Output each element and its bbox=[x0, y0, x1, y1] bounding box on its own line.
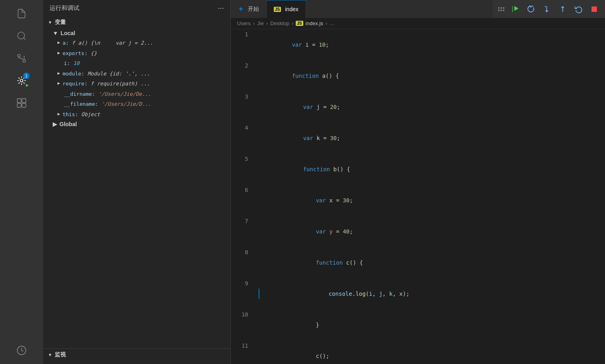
var-this[interactable]: ▶ this : Object bbox=[43, 109, 230, 120]
breadcrumb-sep1: › bbox=[253, 20, 255, 26]
toolbar-drag-handle[interactable] bbox=[498, 7, 504, 11]
vs-icon: ✦ bbox=[238, 5, 244, 14]
sidebar-header: 运行和调试 ··· bbox=[43, 0, 230, 16]
sidebar-title: 运行和调试 bbox=[49, 4, 79, 12]
var-filename[interactable]: __filename : '/Users/Jie/D... bbox=[43, 99, 230, 109]
breadcrumb-jie[interactable]: Jie bbox=[257, 20, 264, 26]
files-icon[interactable] bbox=[11, 3, 32, 24]
breadcrumb-sep2: › bbox=[266, 20, 268, 26]
svg-rect-6 bbox=[17, 99, 21, 103]
tab-welcome[interactable]: ✦ 开始 bbox=[231, 0, 267, 18]
var-require-expand: ▶ bbox=[57, 80, 60, 87]
code-line-10: 10 } bbox=[231, 309, 605, 340]
watch-section: ▼ 监视 bbox=[43, 348, 230, 364]
debug-step-out-button[interactable] bbox=[557, 4, 568, 15]
debug-continue-button[interactable] bbox=[509, 4, 520, 15]
svg-point-3 bbox=[18, 54, 20, 57]
debug-step-over-button[interactable] bbox=[525, 4, 536, 15]
debug-step-into-button[interactable] bbox=[541, 4, 552, 15]
code-editor[interactable]: 1 var i = 10; 2 function a() { 3 var j =… bbox=[231, 29, 605, 364]
code-line-5: 5 function b() { bbox=[231, 154, 605, 185]
js-tab-icon: JS bbox=[274, 7, 281, 12]
local-group-title[interactable]: ▼ Local bbox=[43, 28, 230, 38]
breadcrumb-dots[interactable]: ... bbox=[330, 20, 334, 26]
search-icon[interactable] bbox=[11, 26, 32, 46]
global-arrow: ▶ bbox=[53, 121, 57, 127]
code-line-1: 1 var i = 10; bbox=[231, 29, 605, 60]
breadcrumb-desktop[interactable]: Desktop bbox=[270, 20, 289, 26]
variables-arrow: ▼ bbox=[48, 20, 52, 25]
var-this-expand: ▶ bbox=[57, 111, 60, 118]
svg-point-5 bbox=[20, 79, 23, 82]
code-line-2: 2 function a() { bbox=[231, 60, 605, 91]
code-line-8: 8 function c() { bbox=[231, 247, 605, 278]
code-line-3: 3 var j = 20; bbox=[231, 91, 605, 123]
tab-bar-wrapper: ✦ 开始 JS index bbox=[231, 0, 605, 18]
svg-rect-14 bbox=[591, 6, 597, 12]
debug-badge: 1 bbox=[23, 73, 30, 79]
activity-bar: 1 ▶ bbox=[0, 0, 43, 364]
breadcrumb-js-icon: JS bbox=[296, 21, 303, 26]
watch-arrow: ▼ bbox=[48, 352, 52, 357]
var-require[interactable]: ▶ require : f require(path) ... bbox=[43, 79, 230, 89]
var-dirname[interactable]: __dirname : '/Users/Jie/De... bbox=[43, 89, 230, 99]
watch-section-title[interactable]: ▼ 监视 bbox=[43, 349, 230, 361]
breadcrumb-filename[interactable]: index.js bbox=[306, 20, 323, 26]
debug-stop-button[interactable] bbox=[589, 4, 599, 14]
debug-restart-button[interactable] bbox=[573, 4, 584, 15]
breadcrumb: Users › Jie › Desktop › JS index.js › ..… bbox=[231, 18, 605, 29]
debug-toolbar bbox=[492, 0, 605, 18]
var-exports[interactable]: ▶ exports : {} bbox=[43, 48, 230, 59]
local-arrow: ▼ bbox=[53, 30, 58, 36]
var-a-expand: ▶ bbox=[57, 40, 60, 46]
tab-index-label: index bbox=[285, 6, 298, 12]
breadcrumb-users[interactable]: Users bbox=[237, 20, 251, 26]
var-module-expand: ▶ bbox=[57, 70, 60, 77]
var-module[interactable]: ▶ module : Module {id: '.', ... bbox=[43, 69, 230, 79]
extensions-icon[interactable] bbox=[11, 93, 32, 113]
svg-rect-7 bbox=[22, 99, 26, 103]
svg-point-0 bbox=[18, 32, 24, 39]
var-a[interactable]: ▶ a : f a() { \n var j = 2... bbox=[43, 38, 230, 48]
tab-welcome-label: 开始 bbox=[248, 6, 259, 13]
svg-rect-8 bbox=[17, 103, 21, 107]
tab-index[interactable]: JS index bbox=[267, 0, 306, 18]
code-line-9: 9 console.log(i, j, k, x); bbox=[231, 278, 605, 309]
editor-area: ✦ 开始 JS index bbox=[231, 0, 605, 364]
sidebar-more-button[interactable]: ··· bbox=[218, 4, 224, 12]
svg-line-1 bbox=[24, 38, 26, 40]
debug-run-icon[interactable]: 1 ▶ bbox=[11, 70, 32, 91]
code-line-11: 11 c(); bbox=[231, 340, 605, 364]
var-exports-expand: ▶ bbox=[57, 50, 60, 57]
svg-point-2 bbox=[23, 59, 26, 62]
code-line-4: 4 var k = 30; bbox=[231, 123, 605, 154]
breadcrumb-sep4: › bbox=[326, 20, 327, 26]
svg-rect-9 bbox=[22, 103, 26, 107]
code-line-6: 6 var x = 30; bbox=[231, 185, 605, 216]
variables-section-title[interactable]: ▼ 变量 bbox=[43, 16, 230, 28]
var-i[interactable]: i : 10 bbox=[43, 58, 230, 69]
breadcrumb-sep3: › bbox=[292, 20, 293, 26]
timeline-icon[interactable] bbox=[11, 340, 32, 361]
sidebar: 运行和调试 ··· ▼ 变量 ▼ Local ▶ a : f a() { \n … bbox=[43, 0, 231, 364]
global-group-title[interactable]: ▶ Global bbox=[43, 119, 230, 129]
variables-section: ▼ 变量 ▼ Local ▶ a : f a() { \n var j = 2.… bbox=[43, 16, 230, 348]
source-control-icon[interactable] bbox=[11, 48, 32, 69]
code-line-7: 7 var y = 40; bbox=[231, 216, 605, 247]
